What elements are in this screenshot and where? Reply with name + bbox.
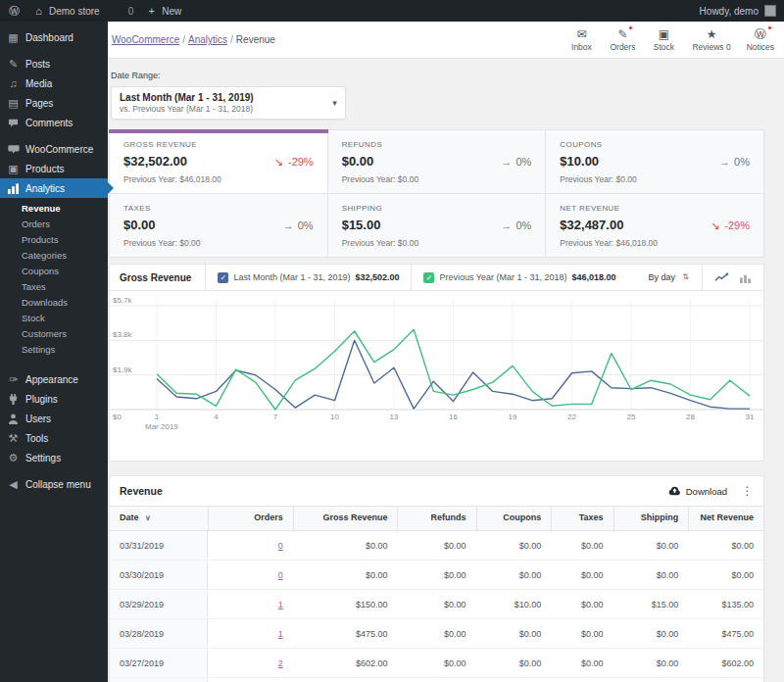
breadcrumb: WooCommerce/Analytics/Revenue bbox=[112, 34, 275, 45]
sidebar-item-dashboard[interactable]: ▦Dashboard bbox=[0, 27, 108, 47]
legend-label: Last Month (Mar 1 - 31, 2019) bbox=[233, 272, 350, 282]
cell-refunds: $0.00 bbox=[397, 619, 475, 648]
sidebar-item-label: Posts bbox=[25, 59, 50, 70]
checkbox-checked-icon: ✓ bbox=[218, 272, 228, 283]
tile-value: $32,487.00 bbox=[560, 218, 623, 232]
table-row: 03/27/20192$602.00$0.00$0.00$0.00$0.00$6… bbox=[110, 649, 763, 678]
submenu-item-coupons[interactable]: Coupons bbox=[0, 263, 108, 278]
cell-orders: 0 bbox=[208, 531, 293, 560]
comments-shortcut[interactable]: 0 bbox=[112, 5, 134, 17]
notices-icon: Ⓦ bbox=[754, 27, 766, 40]
summary-tile-shipping[interactable]: SHIPPING$15.00→ 0%Previous Year: $0.00 bbox=[328, 194, 546, 257]
sidebar-item-posts[interactable]: ✎Posts bbox=[0, 54, 108, 73]
sidebar-item-pages[interactable]: ▤Pages bbox=[0, 93, 108, 113]
download-button[interactable]: Download bbox=[668, 485, 727, 497]
line-chart-button[interactable] bbox=[714, 272, 729, 283]
orders-count-link[interactable]: 1 bbox=[278, 600, 283, 609]
submenu-item-revenue[interactable]: Revenue bbox=[0, 200, 108, 216]
summary-tile-taxes[interactable]: TAXES$0.00→ 0%Previous Year: $0.00 bbox=[110, 194, 327, 257]
submenu-item-orders[interactable]: Orders bbox=[0, 216, 108, 231]
sidebar-item-woocommerce[interactable]: WooCommerce bbox=[0, 139, 108, 159]
svg-text:31: 31 bbox=[746, 413, 755, 421]
arrow-right-icon: → bbox=[500, 157, 513, 169]
submenu-item-categories[interactable]: Categories bbox=[0, 247, 108, 263]
cell-shipping: $0.00 bbox=[613, 678, 689, 682]
summary-tile-coupons[interactable]: COUPONS$10.00→ 0%Previous Year: $0.00 bbox=[546, 130, 763, 193]
sidebar-item-analytics[interactable]: Analytics bbox=[0, 178, 108, 198]
column-header-date[interactable]: Date∨ bbox=[110, 507, 208, 530]
activity-stock[interactable]: ▣Stock bbox=[651, 27, 676, 52]
tile-delta: → 0% bbox=[500, 156, 531, 169]
date-range-select[interactable]: Last Month (Mar 1 - 31, 2019) vs. Previo… bbox=[111, 86, 346, 120]
activity-orders[interactable]: ✎Orders bbox=[610, 27, 635, 52]
summary-tile-net-revenue[interactable]: NET REVENUE$32,487.00↘ -29%Previous Year… bbox=[546, 194, 763, 257]
comments-count: 0 bbox=[128, 6, 134, 17]
pages-icon: ▤ bbox=[7, 97, 20, 109]
sidebar-item-settings[interactable]: ⚙Settings bbox=[0, 448, 108, 467]
summary-tile-refunds[interactable]: REFUNDS$0.00→ 0%Previous Year: $0.00 bbox=[328, 130, 546, 193]
activity-label: Reviews 0 bbox=[692, 42, 730, 52]
arrow-down-right-icon: ↘ bbox=[272, 157, 285, 169]
orders-count-link[interactable]: 0 bbox=[278, 570, 283, 580]
breadcrumb-analytics[interactable]: Analytics bbox=[188, 34, 227, 45]
wordpress-menu[interactable]: Ⓦ bbox=[8, 5, 21, 17]
tile-label: COUPONS bbox=[560, 140, 750, 149]
cell-gross_revenue: $1,214.00 bbox=[293, 678, 398, 682]
sidebar-item-users[interactable]: Users bbox=[0, 409, 108, 428]
interval-select[interactable]: By day ⇅ bbox=[638, 271, 702, 283]
activity-inbox[interactable]: ✉Inbox bbox=[568, 27, 594, 52]
submenu-item-settings[interactable]: Settings bbox=[0, 341, 108, 357]
orders-count-link[interactable]: 1 bbox=[278, 629, 283, 639]
avatar[interactable] bbox=[764, 5, 776, 17]
active-menu-arrow bbox=[108, 182, 114, 194]
tile-value: $32,502.00 bbox=[123, 154, 187, 169]
sidebar-item-comments[interactable]: Comments bbox=[0, 113, 108, 132]
column-header-orders[interactable]: Orders bbox=[208, 507, 293, 530]
cell-shipping: $0.00 bbox=[613, 560, 689, 589]
table-row: 03/28/20191$475.00$0.00$0.00$0.00$0.00$4… bbox=[110, 619, 763, 649]
sidebar-item-products[interactable]: ▣Products bbox=[0, 159, 108, 178]
orders-count-link[interactable]: 0 bbox=[278, 541, 283, 551]
bar-chart-button[interactable] bbox=[739, 272, 752, 283]
column-header-shipping[interactable]: Shipping bbox=[613, 507, 689, 530]
submenu-item-downloads[interactable]: Downloads bbox=[0, 294, 108, 310]
submenu-item-products[interactable]: Products bbox=[0, 231, 108, 247]
kebab-menu-icon[interactable]: ⋮ bbox=[741, 485, 754, 497]
revenue-line-chart[interactable]: $1.9k$3.8k$5.7k$01471013161922252831Mar … bbox=[111, 294, 764, 455]
sidebar-item-plugins[interactable]: Plugins bbox=[0, 389, 108, 409]
chart-type-toggle bbox=[702, 265, 763, 290]
tile-delta: ↘ -29% bbox=[709, 219, 750, 232]
sidebar-item-tools[interactable]: ⚒Tools bbox=[0, 428, 108, 448]
tile-delta: → 0% bbox=[500, 219, 531, 232]
svg-text:28: 28 bbox=[686, 413, 695, 421]
submenu-item-stock[interactable]: Stock bbox=[0, 310, 108, 325]
column-header-coupons[interactable]: Coupons bbox=[476, 507, 552, 530]
summary-tile-gross-revenue[interactable]: GROSS REVENUE$32,502.00↘ -29%Previous Ye… bbox=[110, 130, 327, 193]
site-name-link[interactable]: ⌂ Demo store bbox=[32, 5, 100, 17]
sidebar-item-appearance[interactable]: ✑Appearance bbox=[0, 369, 108, 389]
orders-count-link[interactable]: 2 bbox=[278, 658, 283, 668]
cell-refunds: $0.00 bbox=[397, 649, 475, 677]
home-icon: ⌂ bbox=[32, 5, 45, 17]
breadcrumb-woocommerce[interactable]: WooCommerce bbox=[112, 34, 179, 45]
legend-item-1[interactable]: ✓Previous Year (Mar 1 - 31, 2018)$46,018… bbox=[411, 265, 627, 290]
submenu-item-customers[interactable]: Customers bbox=[0, 325, 108, 341]
activity-reviews-0[interactable]: ★Reviews 0 bbox=[692, 27, 730, 52]
cell-coupons: $0.00 bbox=[476, 560, 552, 589]
cell-gross_revenue: $602.00 bbox=[293, 649, 398, 677]
submenu-item-taxes[interactable]: Taxes bbox=[0, 278, 108, 294]
column-header-refunds[interactable]: Refunds bbox=[397, 507, 475, 530]
svg-text:10: 10 bbox=[330, 413, 339, 421]
summary-tiles: GROSS REVENUE$32,502.00↘ -29%Previous Ye… bbox=[109, 129, 764, 258]
tile-previous-value: Previous Year: $0.00 bbox=[342, 238, 532, 248]
howdy-text[interactable]: Howdy, demo bbox=[700, 6, 759, 17]
activity-notices[interactable]: ⓌNotices bbox=[747, 27, 774, 52]
column-header-gross_revenue[interactable]: Gross Revenue bbox=[293, 507, 398, 530]
legend-item-0[interactable]: ✓Last Month (Mar 1 - 31, 2019)$32,502.00 bbox=[205, 265, 411, 290]
sidebar-item-media[interactable]: ♫Media bbox=[0, 73, 108, 93]
column-header-net_revenue[interactable]: Net Revenue bbox=[688, 507, 763, 530]
cell-orders: 1 bbox=[208, 590, 293, 618]
column-header-taxes[interactable]: Taxes bbox=[551, 507, 612, 530]
sidebar-item-collapse-menu[interactable]: ◀Collapse menu bbox=[0, 474, 108, 494]
new-content-button[interactable]: + New bbox=[145, 5, 181, 17]
